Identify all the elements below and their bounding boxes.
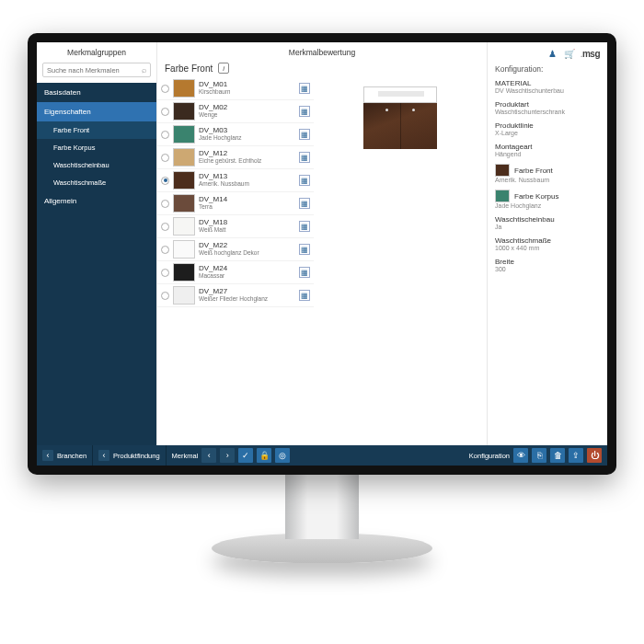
montageart-label: Montageart — [495, 143, 600, 151]
details-icon[interactable]: ▦ — [299, 244, 310, 255]
export-button[interactable]: ⇪ — [569, 448, 583, 463]
radio-button[interactable] — [161, 292, 169, 300]
option-row[interactable]: DV_M12Eiche gebürst. Echtholz▦ — [157, 146, 314, 169]
radio-button[interactable] — [161, 154, 169, 162]
nav-sub-farbe-front[interactable]: Farbe Front — [37, 121, 156, 139]
produktlinie-label: Produktlinie — [495, 121, 600, 130]
option-name: Kirschbaum — [199, 89, 295, 96]
footer-merkmal: Merkmal — [172, 452, 199, 460]
footer-produkt[interactable]: Produktfindung — [113, 452, 159, 460]
option-name: Terra — [199, 204, 295, 211]
chevron-left-icon[interactable]: ‹ — [42, 450, 53, 461]
option-row[interactable]: DV_M27Weißer Flieder Hochglanz▦ — [157, 284, 314, 307]
option-code: DV_M14 — [199, 196, 295, 203]
details-icon[interactable]: ▦ — [299, 290, 310, 301]
radio-button[interactable] — [161, 246, 169, 254]
confirm-button[interactable]: ✓ — [238, 448, 253, 463]
color-swatch — [173, 194, 195, 213]
delete-button[interactable]: 🗑 — [550, 448, 565, 463]
next-button[interactable]: › — [220, 448, 235, 463]
option-name: Wenge — [199, 112, 295, 119]
details-icon[interactable]: ▦ — [299, 83, 310, 94]
option-row[interactable]: DV_M02Wenge▦ — [157, 100, 314, 123]
search-icon: ⌕ — [142, 65, 146, 75]
radio-button[interactable] — [161, 85, 169, 93]
nav-sub-waschtischmasse[interactable]: Waschtischmaße — [37, 174, 156, 191]
wteinbau-value: Ja — [495, 224, 600, 230]
view-button[interactable]: 👁 — [513, 448, 528, 463]
korpus-value: Jade Hochglanz — [495, 202, 600, 209]
footer-branchen[interactable]: Branchen — [57, 452, 86, 460]
nav-sub-farbe-korpus[interactable]: Farbe Korpus — [37, 139, 156, 156]
material-value: DV Waschtischunterbau — [495, 87, 600, 94]
wteinbau-label: Waschtischeinbau — [495, 215, 600, 224]
radio-button[interactable] — [161, 177, 169, 185]
nav-basisdaten[interactable]: Basisdaten — [37, 83, 156, 102]
breite-label: Breite — [495, 258, 600, 266]
option-row[interactable]: DV_M18Weiß Matt▦ — [157, 215, 314, 238]
cart-icon[interactable]: 🛒 — [564, 48, 575, 59]
sidebar-title: Merkmalgruppen — [37, 42, 156, 63]
color-swatch — [173, 148, 195, 167]
radio-button[interactable] — [161, 200, 169, 208]
radio-button[interactable] — [161, 269, 169, 277]
details-icon[interactable]: ▦ — [299, 106, 310, 117]
front-value: Amerik. Nussbaum — [495, 177, 600, 183]
color-swatch — [173, 171, 195, 190]
option-name: Macassar — [199, 273, 295, 280]
search-input[interactable] — [47, 66, 142, 75]
footer-bar: ‹Branchen ‹Produktfindung Merkmal ‹ › ✓ … — [37, 445, 607, 466]
target-button[interactable]: ◎ — [275, 448, 290, 463]
user-icon[interactable]: ♟ — [547, 48, 558, 59]
details-icon[interactable]: ▦ — [299, 267, 310, 278]
produktart-value: Waschtischunterschrank — [495, 109, 600, 115]
option-row[interactable]: DV_M01Kirschbaum▦ — [157, 77, 314, 100]
option-name: Eiche gebürst. Echtholz — [199, 158, 295, 165]
radio-button[interactable] — [161, 108, 169, 116]
info-button[interactable]: i — [218, 63, 229, 74]
preview-pane — [314, 77, 487, 445]
details-icon[interactable]: ▦ — [299, 152, 310, 163]
produktlinie-value: X-Large — [495, 130, 600, 136]
option-row[interactable]: DV_M13Amerik. Nussbaum▦ — [157, 169, 314, 192]
details-icon[interactable]: ▦ — [299, 129, 310, 140]
details-icon[interactable]: ▦ — [299, 221, 310, 232]
config-title: Konfiguration: — [495, 64, 600, 74]
swatch-korpus — [495, 190, 510, 202]
option-row[interactable]: DV_M22Weiß hochglanz Dekor▦ — [157, 238, 314, 261]
chevron-left-icon[interactable]: ‹ — [98, 450, 109, 461]
breite-value: 300 — [495, 266, 600, 272]
option-name: Jade Hochglanz — [199, 135, 295, 142]
prev-button[interactable]: ‹ — [201, 448, 216, 463]
nav-eigenschaften[interactable]: Eigenschaften — [37, 102, 156, 121]
nav-allgemein[interactable]: Allgemein — [37, 191, 156, 211]
option-row[interactable]: DV_M03Jade Hochglanz▦ — [157, 123, 314, 146]
footer-konfig: Konfiguration — [469, 452, 510, 460]
color-swatch — [173, 217, 195, 236]
details-icon[interactable]: ▦ — [299, 175, 310, 186]
material-label: MATERIAL — [495, 79, 600, 87]
center-title: Merkmalbewertung — [157, 42, 487, 63]
radio-button[interactable] — [161, 131, 169, 139]
power-button[interactable]: ⏻ — [587, 448, 602, 463]
color-swatch — [173, 125, 195, 144]
montageart-value: Hängend — [495, 151, 600, 157]
option-row[interactable]: DV_M14Terra▦ — [157, 192, 314, 215]
wtmasse-value: 1000 x 440 mm — [495, 245, 600, 251]
korpus-label: Farbe Korpus — [514, 192, 558, 201]
nav-sub-waschtischeinbau[interactable]: Waschtischeinbau — [37, 156, 156, 174]
option-name: Weißer Flieder Hochglanz — [199, 296, 295, 303]
attribute-name: Farbe Front — [165, 63, 213, 74]
option-row[interactable]: DV_M24Macassar▦ — [157, 261, 314, 284]
color-swatch — [173, 263, 195, 282]
color-swatch — [173, 102, 195, 121]
radio-button[interactable] — [161, 223, 169, 231]
color-swatch — [173, 286, 195, 305]
copy-button[interactable]: ⎘ — [532, 448, 546, 463]
config-panel: ♟ 🛒 .msg Konfiguration: MATERIALDV Wasch… — [488, 42, 607, 445]
lock-button[interactable]: 🔒 — [257, 448, 271, 463]
nav: Basisdaten Eigenschaften Farbe Front Far… — [37, 83, 156, 445]
search-input-wrap[interactable]: ⌕ — [42, 63, 151, 77]
details-icon[interactable]: ▦ — [299, 198, 310, 209]
front-label: Farbe Front — [514, 167, 553, 175]
